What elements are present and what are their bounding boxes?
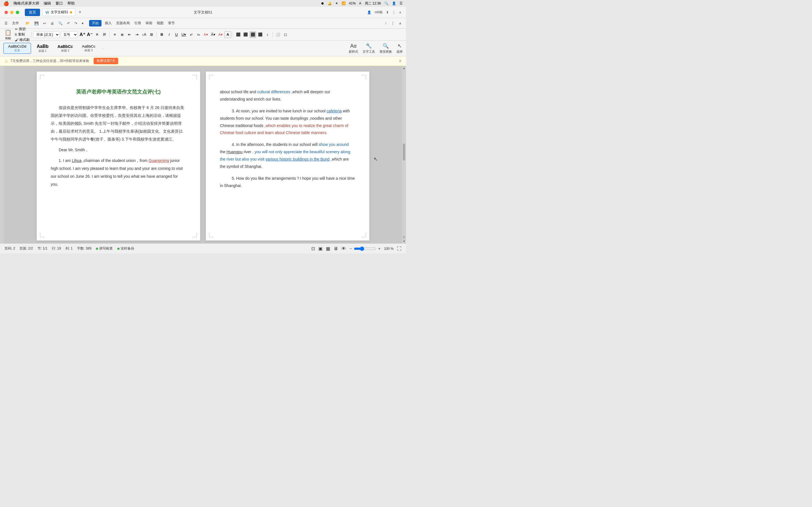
app-name-menu[interactable]: 嗨格式录屏大师 <box>13 1 39 6</box>
style-h2[interactable]: AaBbCc 标题 2 <box>54 43 76 54</box>
save-icon[interactable]: 💾 <box>33 21 40 26</box>
new-tab-button[interactable]: + <box>79 9 82 15</box>
copy-icon[interactable]: ⎘ <box>15 33 17 37</box>
align-center-btn[interactable]: ⬛ <box>242 31 249 38</box>
tab-ref[interactable]: 引用 <box>133 20 142 26</box>
border-btn[interactable]: ⬜ <box>274 31 282 38</box>
style-h3[interactable]: AaBbCc 标题 3 <box>79 43 99 54</box>
scroll-track[interactable] <box>403 69 405 235</box>
apple-logo-icon[interactable]: 🍎 <box>3 1 9 6</box>
share-icon[interactable]: ⬆ <box>386 10 389 14</box>
auto-save-item[interactable]: 实时备份 <box>117 246 134 251</box>
tab-review[interactable]: 审阅 <box>144 20 153 26</box>
menu-edit[interactable]: 编辑 <box>44 1 51 6</box>
superscript-btn[interactable]: x² <box>188 31 195 38</box>
zoom-in-btn[interactable]: + <box>378 246 380 251</box>
new-style-tool[interactable]: Aα 新样式 <box>349 43 358 54</box>
paste-icon[interactable]: 📋 <box>4 29 11 36</box>
line-space-btn[interactable]: ↕ <box>264 31 271 38</box>
expand-btn[interactable]: ∧ <box>398 21 403 26</box>
menu-window[interactable]: 窗口 <box>56 1 63 6</box>
align-right-btn[interactable]: ⬛ <box>250 31 256 38</box>
increase-font-btn[interactable]: A⁺ <box>79 31 86 38</box>
numbered-list-btn[interactable]: ≣ <box>119 31 125 38</box>
open-icon[interactable]: 📂 <box>24 21 31 26</box>
maximize-button[interactable] <box>16 11 19 14</box>
align-left-btn[interactable]: ⬛ <box>235 31 242 38</box>
tab-layout[interactable]: 页面布局 <box>115 20 131 26</box>
trial-button[interactable]: 免费试用7天 <box>94 58 118 64</box>
print-icon[interactable]: 🖨 <box>49 21 55 26</box>
subscript-btn[interactable]: x₂ <box>195 31 202 38</box>
scroll-thumb[interactable] <box>403 144 405 161</box>
font-color-btn[interactable]: A▾ <box>202 31 209 38</box>
cut-icon[interactable]: ✂ <box>15 27 18 31</box>
style-h1[interactable]: AaBb 标题 1 <box>33 43 52 54</box>
phonetic-btn[interactable]: 拼 <box>101 31 108 38</box>
select-tool[interactable]: ↖ 选择 <box>396 43 403 54</box>
tab-view[interactable]: 视图 <box>156 20 165 26</box>
format-copy-icon[interactable]: 🖌 <box>15 38 18 42</box>
decrease-font-btn[interactable]: A⁻ <box>86 31 93 38</box>
sort-btn[interactable]: ↕A <box>141 31 147 38</box>
bullet-list-btn[interactable]: ≡ <box>111 31 118 38</box>
table-btn[interactable]: ⊞ <box>148 31 155 38</box>
underline-color-btn[interactable]: U▾ <box>181 31 187 38</box>
view-icon1[interactable]: ⊡ <box>311 246 315 251</box>
minimize-button[interactable] <box>10 11 13 14</box>
zoom-icon[interactable]: 🔍 <box>57 21 64 26</box>
underline-btn[interactable]: U <box>173 31 180 38</box>
char-color-btn[interactable]: A▾ <box>217 31 224 38</box>
tab-start[interactable]: 开始 <box>89 20 101 26</box>
view-icon3[interactable]: ▦ <box>326 246 330 251</box>
view-icon4[interactable]: 🖥 <box>334 246 338 251</box>
menu-help[interactable]: 帮助 <box>67 1 75 6</box>
scrollbar-right[interactable]: ▲ tip ▼ <box>402 66 406 243</box>
tab-chapter[interactable]: 章节 <box>167 20 176 26</box>
undo-btn[interactable]: ↩ <box>42 21 47 26</box>
char-bg-btn[interactable]: A <box>224 31 231 38</box>
scrollbar-left <box>0 66 4 243</box>
scroll-up-btn[interactable]: ▲ <box>403 66 405 69</box>
menu-icon[interactable]: ☰ <box>400 1 403 5</box>
style-normal[interactable]: AaBbCcDd 正文 <box>3 43 31 54</box>
font-size-select[interactable]: 五号 <box>61 31 78 38</box>
clear-format-btn[interactable]: ✕ <box>94 31 100 38</box>
tab-insert[interactable]: 插入 <box>104 20 113 26</box>
undo2-icon[interactable]: ↶ <box>66 21 71 26</box>
find-replace-tool[interactable]: 🔍 查找替换 <box>379 43 392 54</box>
share-btn[interactable]: ↑ <box>384 21 388 26</box>
more-icon[interactable]: ⋮ <box>392 10 396 14</box>
menu-toggle[interactable]: ☰ <box>3 21 9 26</box>
redo-icon[interactable]: ↷ <box>73 21 79 26</box>
italic-btn[interactable]: I <box>166 31 172 38</box>
view-icon2[interactable]: ▣ <box>318 246 322 251</box>
spell-check-item[interactable]: 拼写检查 <box>96 246 113 251</box>
font-family-select[interactable]: 宋体 (正文) <box>33 31 60 38</box>
bold-btn[interactable]: B <box>158 31 165 38</box>
highlight-btn[interactable]: Ā▾ <box>210 31 216 38</box>
tab-home[interactable]: 首页 <box>25 9 40 16</box>
view-icon5[interactable]: 👁 <box>342 246 346 251</box>
zoom-slider[interactable] <box>354 246 376 251</box>
align-justify-btn[interactable]: ⬛ <box>257 31 264 38</box>
collapse-icon[interactable]: ∧ <box>399 10 402 14</box>
close-button[interactable] <box>4 11 8 14</box>
section-item: 节: 1/1 <box>38 246 47 251</box>
text-tool[interactable]: 🔧 文字工具 <box>363 43 375 54</box>
tab-document[interactable]: W 文字文稿51 <box>42 8 75 16</box>
indent-inc-btn[interactable]: ⇥ <box>133 31 140 38</box>
more-btn[interactable]: ⋮ <box>390 21 396 26</box>
notice-icon: ⚠ <box>4 59 8 63</box>
scroll-down-btn[interactable]: ▼ <box>403 240 405 243</box>
notice-close-button[interactable]: × <box>399 59 402 64</box>
page-num-item: 页码: 2 <box>4 246 15 251</box>
pages-container[interactable]: 英语卢老师中考英语作文范文点评(七) 假设你是光明初级中学学生会主席李华。你校将… <box>4 66 402 243</box>
menu-file[interactable]: 文件 <box>11 20 20 26</box>
zoom-out-btn[interactable]: − <box>349 246 352 251</box>
search-icon[interactable]: 🔍 <box>384 1 389 5</box>
arrow-icon[interactable]: ▾ <box>81 21 85 26</box>
indent-dec-btn[interactable]: ⇤ <box>126 31 133 38</box>
fullscreen-btn[interactable]: ⛶ <box>397 246 402 251</box>
shading-btn[interactable]: ◻ <box>282 31 289 38</box>
